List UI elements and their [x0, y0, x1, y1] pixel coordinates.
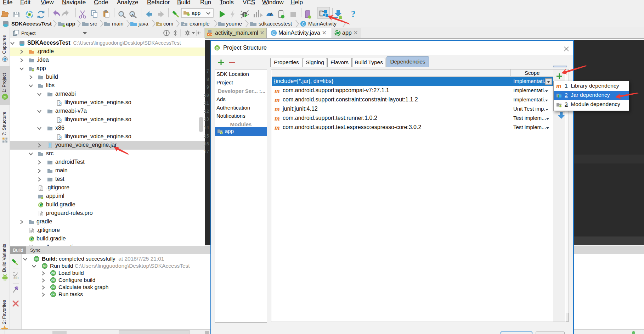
svg-text:app: app [192, 10, 200, 16]
svg-text:<>: <> [208, 33, 212, 36]
svg-text:m: m [275, 88, 280, 94]
svg-text:m: m [275, 106, 280, 112]
svg-text:?: ? [351, 9, 356, 19]
svg-text:m: m [275, 97, 280, 103]
svg-text:C: C [302, 22, 305, 27]
svg-text:A: A [131, 13, 134, 18]
svg-text:m: m [556, 83, 561, 89]
svg-text:m: m [275, 125, 280, 131]
svg-text:m: m [275, 116, 280, 122]
svg-text:C: C [272, 31, 276, 36]
svg-text:ab: ab [15, 276, 19, 280]
